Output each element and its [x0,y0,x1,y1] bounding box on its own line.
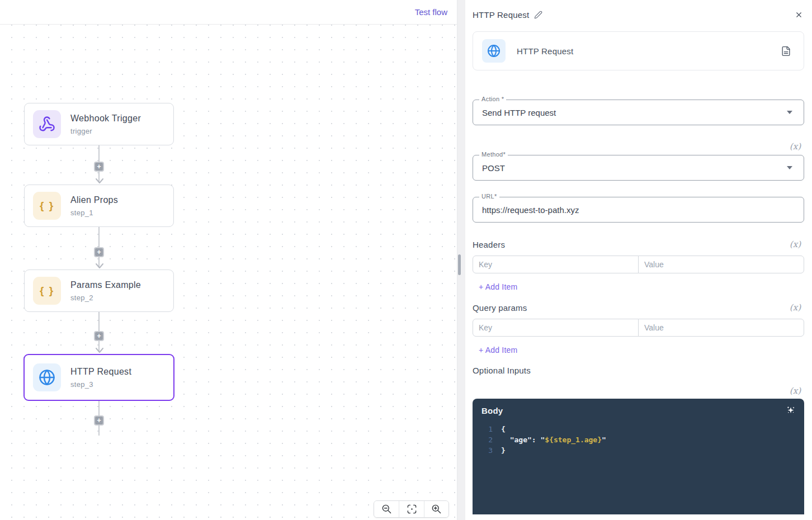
panel-resize-handle[interactable] [458,254,461,275]
body-code-editor[interactable]: Body 1{2 "age": "${step_1.age}"3} [473,399,804,514]
braces-icon: { } [33,192,61,220]
optional-inputs-label: Optional Inputs [473,366,531,375]
action-label: Action * [479,96,506,102]
query-params-label: Query params [473,303,527,313]
magnifier-plus-icon [431,504,442,514]
editor-header: Body [473,399,804,416]
method-label: Method* [479,151,508,158]
sparkle-icon [785,405,796,416]
code-area[interactable]: 1{2 "age": "${step_1.age}"3} [473,424,804,456]
query-value-input[interactable] [638,319,804,337]
flow-connector: + [95,312,103,352]
node-subtitle: step_3 [70,380,131,389]
expression-toggle-icon[interactable]: (x) [790,386,801,396]
query-add-item-button[interactable]: + Add Item [473,346,517,354]
chevron-down-icon [787,166,792,169]
line-number: 1 [473,424,493,434]
module-card[interactable]: HTTP Request [473,31,804,70]
node-text: HTTP Request step_3 [70,367,131,389]
query-key-input[interactable] [473,319,639,337]
arrow-down-icon [95,178,104,183]
globe-icon [33,363,61,391]
globe-icon [482,39,506,63]
query-params-section-header: Query params (x) [473,302,804,313]
code-text: { [501,424,506,434]
fx-row: (x) [473,386,804,396]
flow-node-params-example[interactable]: { } Params Example step_2 [24,270,174,312]
panel-resize-gutter [457,0,465,520]
headers-kv-row [473,256,804,273]
fit-view-button[interactable] [399,501,423,517]
line-number: 2 [473,434,493,445]
action-value: Send HTTP request [482,108,556,117]
chevron-down-icon [787,111,792,114]
optional-inputs-header: Optional Inputs [473,366,804,375]
code-line[interactable]: 2 "age": "${step_1.age}" [473,434,804,445]
app-root: Test flow Webhook Trigger trigger + [0,0,812,520]
headers-add-item-button[interactable]: + Add Item [473,282,517,291]
close-panel-button[interactable] [794,10,804,20]
flow-node-http-request[interactable]: HTTP Request step_3 [23,354,174,401]
action-select[interactable]: Action * Send HTTP request [473,100,804,125]
node-title: Webhook Trigger [70,114,141,124]
braces-icon: { } [33,277,61,305]
flow-node-alien-props[interactable]: { } Alien Props step_1 [24,185,174,227]
insert-step-button[interactable]: + [94,331,104,341]
url-field[interactable]: URL* https://request-to-path.xyz [473,197,804,223]
flow-connector: + [95,401,103,436]
canvas-zoom-toolbar [374,500,449,518]
canvas-topbar: Test flow [0,0,457,25]
node-subtitle: trigger [70,127,141,135]
document-icon [781,46,791,56]
code-line[interactable]: 3} [473,445,804,456]
node-subtitle: step_2 [70,294,141,302]
line-number: 3 [473,445,493,456]
body-label: Body [481,406,503,415]
flow-canvas[interactable]: Test flow Webhook Trigger trigger + [0,0,457,520]
ai-assist-button[interactable] [785,405,796,416]
method-select[interactable]: Method* POST [473,155,804,181]
node-subtitle: step_1 [70,209,118,217]
node-text: Params Example step_2 [70,280,141,302]
panel-title: HTTP Request [473,10,529,20]
node-text: Webhook Trigger trigger [70,114,141,135]
headers-key-input[interactable] [473,256,639,273]
node-title: Alien Props [70,195,118,205]
magnifier-minus-icon [381,504,392,514]
headers-section-header: Headers (x) [473,239,804,249]
expression-toggle-icon[interactable]: (x) [790,141,801,152]
flow-connector: + [95,227,103,267]
close-x-icon [795,11,803,19]
headers-label: Headers [473,240,505,249]
code-line[interactable]: 1{ [473,424,804,434]
url-value: https://request-to-path.xyz [482,205,579,215]
panel-header: HTTP Request [473,0,804,21]
method-value: POST [482,163,505,173]
fx-row: (x) [473,141,804,152]
arrow-down-icon [95,348,104,353]
pencil-icon[interactable] [534,11,542,19]
test-flow-button[interactable]: Test flow [415,7,447,17]
headers-value-input[interactable] [638,256,804,273]
module-label: HTTP Request [517,46,573,56]
node-title: HTTP Request [70,367,131,377]
fit-view-icon [407,504,417,514]
insert-step-button[interactable]: + [94,247,104,257]
zoom-in-button[interactable] [424,501,449,517]
flow-node-webhook-trigger[interactable]: Webhook Trigger trigger [24,103,174,145]
arrow-down-icon [95,263,104,268]
insert-step-button[interactable]: + [94,415,104,426]
url-label: URL* [479,193,499,200]
documentation-button[interactable] [781,46,791,56]
insert-step-button[interactable]: + [94,162,104,172]
expression-toggle-icon[interactable]: (x) [790,302,801,313]
webhook-icon [33,110,61,138]
step-config-panel: HTTP Request HTTP Request [465,0,812,520]
code-text: "age": "${step_1.age}" [501,434,606,445]
zoom-out-button[interactable] [374,501,399,517]
code-text: } [501,445,506,456]
node-text: Alien Props step_1 [70,195,118,217]
flow-connector: + [95,145,103,182]
query-params-kv-row [473,319,804,337]
expression-toggle-icon[interactable]: (x) [790,239,801,249]
